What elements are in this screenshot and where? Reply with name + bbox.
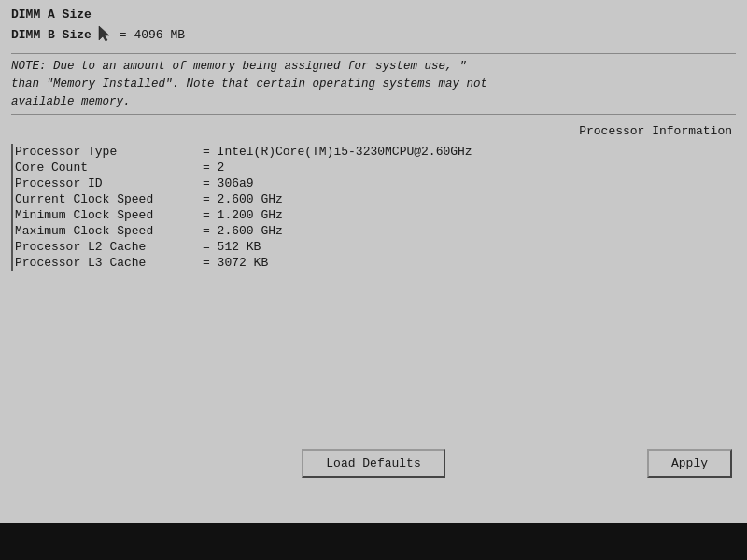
field-value: = Intel(R)Core(TM)i5-3230MCPU@2.60GHz <box>199 144 735 160</box>
svg-marker-0 <box>99 26 109 41</box>
note-text: NOTE: Due to an amount of memory being a… <box>11 60 487 108</box>
apply-button[interactable]: Apply <box>647 449 732 478</box>
dimm-a-label: DIMM A Size <box>11 7 92 21</box>
field-value: = 2 <box>199 160 735 175</box>
field-label: Processor L3 Cache <box>12 255 199 271</box>
field-label: Current Clock Speed <box>12 191 199 207</box>
field-value: = 3072 KB <box>199 255 735 271</box>
processor-section-title: Processor Information <box>11 124 736 138</box>
dimm-b-label: DIMM B Size <box>11 28 92 42</box>
cursor-icon <box>97 25 110 42</box>
button-row: Load Defaults Apply <box>0 449 747 478</box>
bottom-bar <box>0 523 747 560</box>
table-row: Processor Type= Intel(R)Core(TM)i5-3230M… <box>12 144 735 160</box>
field-value: = 1.200 GHz <box>199 207 735 223</box>
field-value: = 2.600 GHz <box>199 191 735 207</box>
processor-section: Processor Information Processor Type= In… <box>11 124 736 271</box>
table-row: Processor ID= 306a9 <box>12 175 735 191</box>
field-value: = 512 KB <box>199 239 735 255</box>
content-area: DIMM A Size DIMM B Size = 4096 MB NOTE: … <box>0 0 747 278</box>
table-row: Processor L2 Cache= 512 KB <box>12 239 735 255</box>
field-label: Processor Type <box>12 144 199 160</box>
bios-screen: DIMM A Size DIMM B Size = 4096 MB NOTE: … <box>0 0 747 523</box>
field-label: Core Count <box>12 160 199 175</box>
note-box: NOTE: Due to an amount of memory being a… <box>11 53 736 115</box>
table-row: Core Count= 2 <box>12 160 735 175</box>
table-row: Minimum Clock Speed= 1.200 GHz <box>12 207 735 223</box>
dimm-b-value: = 4096 MB <box>120 28 185 42</box>
dimm-b-row: DIMM B Size = 4096 MB <box>11 25 736 44</box>
field-value: = 2.600 GHz <box>199 223 735 239</box>
field-label: Maximum Clock Speed <box>12 223 199 239</box>
field-value: = 306a9 <box>199 175 735 191</box>
table-row: Maximum Clock Speed= 2.600 GHz <box>12 223 735 239</box>
field-label: Minimum Clock Speed <box>12 207 199 223</box>
field-label: Processor ID <box>12 175 199 191</box>
processor-info-table: Processor Type= Intel(R)Core(TM)i5-3230M… <box>11 144 736 271</box>
load-defaults-button[interactable]: Load Defaults <box>302 449 444 478</box>
table-row: Current Clock Speed= 2.600 GHz <box>12 191 735 207</box>
dimm-a-row: DIMM A Size <box>11 7 736 21</box>
field-label: Processor L2 Cache <box>12 239 199 255</box>
table-row: Processor L3 Cache= 3072 KB <box>12 255 735 271</box>
